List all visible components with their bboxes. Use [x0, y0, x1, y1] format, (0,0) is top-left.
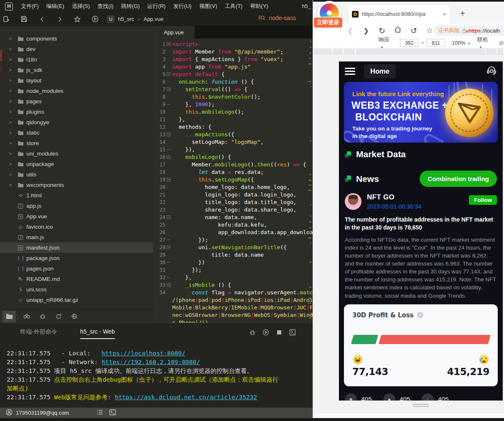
console-icon[interactable]: [109, 409, 116, 417]
code-line[interactable]: 1<script>: [153, 41, 313, 48]
debug-icon[interactable]: [249, 329, 256, 337]
files-tab[interactable]: [3, 311, 16, 322]
nav-undo-icon[interactable]: ↺: [406, 26, 422, 36]
code-line[interactable]: 15 }),: [153, 146, 313, 153]
code-area[interactable]: 1<script>2import Member from "@/api/memb…: [153, 38, 313, 323]
star-icon[interactable]: [71, 14, 84, 24]
code-line[interactable]: 8 this.$navFontColor();: [153, 93, 313, 101]
terminal-link[interactable]: https://ask.dcloud.net.cn/article/35232: [115, 394, 257, 401]
new-file-icon[interactable]: [0, 14, 13, 24]
code-line[interactable]: 13 ...mapActions({: [153, 131, 313, 138]
chevron-right-icon[interactable]: >: [9, 67, 17, 73]
tree-folder[interactable]: >wxcomponents: [0, 180, 153, 190]
chevron-right-icon[interactable]: >: [9, 99, 17, 104]
tree-file[interactable]: VApp.vue: [0, 211, 153, 222]
debug-tab[interactable]: [36, 311, 49, 322]
tree-file[interactable]: Jmain.js: [0, 232, 153, 242]
code-line[interactable]: 10 this.mobileLogo();: [153, 108, 313, 116]
reaction-share[interactable]: ↑405: [422, 393, 449, 401]
chevron-right-icon[interactable]: >: [9, 120, 17, 125]
code-line[interactable]: 5export default {: [153, 71, 313, 78]
promo-banner[interactable]: Link the future Link everything WEB3 EXC…: [344, 82, 498, 143]
tree-file[interactable]: [ ]pages.json: [0, 263, 153, 274]
code-line[interactable]: nec|wOSBrowser|BrowserNG|WebOS|Symbian|W…: [153, 311, 313, 319]
chevron-right-icon[interactable]: >: [9, 78, 17, 83]
menu-item[interactable]: 发行(U): [169, 3, 195, 10]
menu-item[interactable]: 工具(T): [221, 3, 247, 10]
tree-folder[interactable]: >i18n: [0, 54, 153, 65]
zoom-select[interactable]: 100%▼: [452, 40, 471, 46]
chevron-right-icon[interactable]: >: [9, 36, 17, 41]
code-line[interactable]: 33 _isMobile () {: [153, 281, 313, 289]
code-line[interactable]: 23 share_logo: data.share_logo,: [153, 206, 313, 214]
browser-tab[interactable]: https://localhost:8080/#/pa ×: [347, 4, 451, 23]
media-query-ruler[interactable]: [313, 48, 504, 54]
plugin-search[interactable]: node-sass: [258, 15, 296, 21]
tree-folder[interactable]: >js_sdk: [0, 65, 153, 75]
menu-item[interactable]: 帮助(Y): [246, 3, 272, 10]
certificate-risk-label[interactable]: 证书风险: [438, 27, 460, 34]
hamburger-menu-icon[interactable]: [345, 68, 355, 75]
account-icon[interactable]: [6, 409, 13, 417]
tree-folder[interactable]: >pages: [0, 96, 153, 107]
web-resources-tab[interactable]: [68, 311, 81, 322]
tree-folder[interactable]: >layout: [0, 75, 153, 86]
code-line[interactable]: 31 });: [153, 266, 313, 274]
device-mode-select[interactable]: 响应▼: [379, 36, 391, 50]
code-line[interactable]: 18 let data = res.data;: [153, 168, 313, 176]
code-line[interactable]: 3import { mapActions } from "vuex";: [153, 56, 313, 63]
reaction-view[interactable]: ●405: [383, 393, 410, 401]
code-line[interactable]: 20 home_logo: data.home_logo,: [153, 184, 313, 191]
breadcrumb-file[interactable]: App.vue: [143, 16, 163, 22]
code-line[interactable]: 22 title_logo: data.title_logo,: [153, 199, 313, 206]
run-icon[interactable]: [89, 14, 101, 24]
search-tab[interactable]: [20, 311, 33, 322]
author-name[interactable]: NFT GO: [367, 193, 421, 202]
stop-icon[interactable]: [276, 329, 283, 337]
code-line[interactable]: 17 Member.mobileLogo().then((res) => {: [153, 161, 313, 168]
menu-item[interactable]: 运行(R): [143, 3, 169, 10]
terminal-link[interactable]: https://localhost:8080/: [102, 350, 186, 357]
nav-forward-icon[interactable]: ❯: [358, 27, 374, 35]
tree-file[interactable]: Japp.js: [0, 201, 153, 211]
minimap[interactable]: [307, 41, 311, 323]
code-line[interactable]: 4import app from "app.js": [153, 63, 313, 71]
tree-folder[interactable]: >node_modules: [0, 86, 153, 96]
code-line[interactable]: 30 }): [153, 259, 313, 266]
tree-folder[interactable]: >unpackage: [0, 159, 153, 169]
code-line[interactable]: Mobile|BlackBerry|IEMobile|MQQBrowser|JU…: [153, 304, 313, 311]
code-line[interactable]: s Phone)/i): [153, 319, 313, 323]
tree-folder[interactable]: >plugins: [0, 107, 153, 117]
restart-icon[interactable]: [262, 329, 269, 337]
code-line[interactable]: 16 mobileLogo() {: [153, 153, 313, 161]
menu-item[interactable]: 编辑(E): [43, 3, 68, 10]
editor-tab-appvue[interactable]: App.vue: [153, 26, 195, 38]
account-email[interactable]: 1735031199@qq.com: [16, 410, 69, 416]
chevron-right-icon[interactable]: >: [9, 140, 17, 146]
code-line[interactable]: 7 setInterval(() => {: [153, 86, 313, 93]
chevron-right-icon[interactable]: >: [9, 161, 17, 167]
open-external-terminal-icon[interactable]: [289, 329, 296, 337]
viewport-height-input[interactable]: [427, 39, 445, 47]
chevron-right-icon[interactable]: >: [9, 57, 17, 62]
news-headline[interactable]: The number of profitable addresses in th…: [339, 216, 503, 232]
code-line[interactable]: 11 },: [153, 116, 313, 123]
menu-item[interactable]: 跳转(G): [117, 3, 144, 10]
code-line[interactable]: 12 methods: {: [153, 123, 313, 131]
chevron-right-icon[interactable]: >: [9, 172, 17, 177]
menu-item[interactable]: 视图(V): [195, 3, 221, 10]
tree-file[interactable]: <>1.html: [0, 190, 153, 201]
search-query[interactable]: node-sass: [269, 15, 296, 21]
address-bar[interactable]: 证书风险 × https ://localh: [434, 25, 504, 36]
code-line[interactable]: 28 uni.setNavigationBarTitle({: [153, 244, 313, 251]
tree-folder[interactable]: >uni_modules: [0, 148, 153, 159]
nav-back-icon[interactable]: ❮: [342, 27, 358, 35]
tab-close-icon[interactable]: ×: [443, 10, 446, 18]
share-icon[interactable]: ↑: [422, 393, 434, 401]
code-line[interactable]: 34 const flag = navigator.userAgent.matc…: [153, 289, 313, 296]
viewport-resize-handle[interactable]: [413, 404, 429, 408]
customer-service-icon[interactable]: [486, 66, 497, 77]
tree-folder[interactable]: >qidongye: [0, 117, 153, 128]
chevron-right-icon[interactable]: >: [9, 88, 17, 94]
code-line[interactable]: 24 name: data.name,: [153, 214, 313, 221]
